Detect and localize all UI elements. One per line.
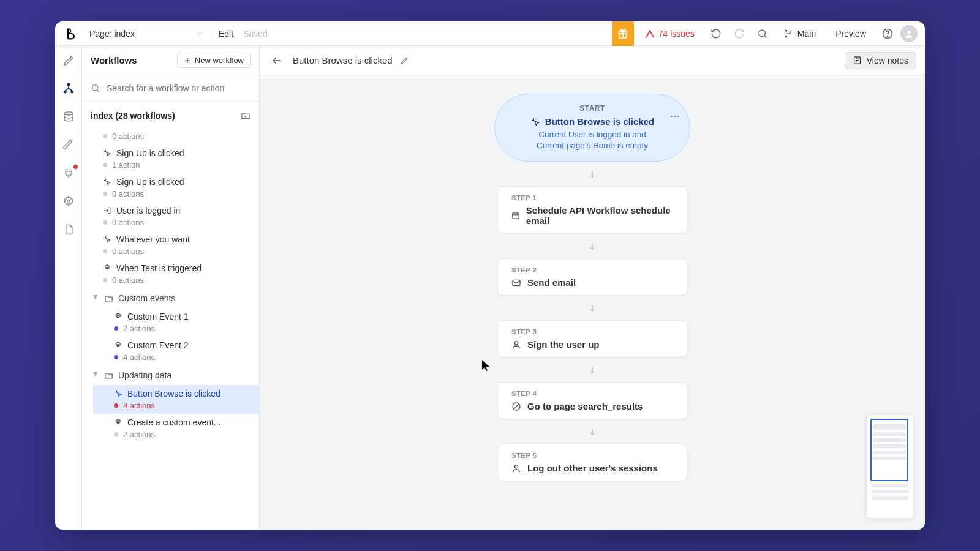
workflow-name: Create a custom event... xyxy=(127,418,221,427)
search-button[interactable] xyxy=(752,23,773,44)
nav-settings[interactable] xyxy=(61,194,76,209)
app-window: Page: index Edit Saved 74 issues xyxy=(55,21,925,530)
preview-button[interactable]: Preview xyxy=(827,29,875,39)
step-card-2[interactable]: STEP 2 Send email xyxy=(497,258,687,296)
saved-status: Saved xyxy=(241,29,270,39)
folder-label: Custom events xyxy=(118,293,175,303)
workflow-item[interactable]: 0 actions xyxy=(82,126,259,144)
view-notes-button[interactable]: View notes xyxy=(845,52,916,69)
click-icon xyxy=(103,235,111,244)
mail-icon xyxy=(511,278,521,288)
workflow-item-selected[interactable]: Button Browse is clicked 8 actions xyxy=(93,385,259,414)
svg-point-18 xyxy=(92,84,98,90)
undo-button[interactable] xyxy=(706,23,726,44)
folder-updating-data[interactable]: ▸ Updating data xyxy=(82,365,259,385)
step-card-4[interactable]: STEP 4 Go to page search_results xyxy=(497,382,687,419)
new-workflow-button[interactable]: New workflow xyxy=(177,53,251,68)
rename-button[interactable] xyxy=(400,56,409,65)
plus-icon xyxy=(184,57,191,64)
issues-button[interactable]: 74 issues xyxy=(636,29,703,39)
canvas[interactable]: START Button Browse is clicked Current U… xyxy=(260,75,925,530)
workflow-name: Custom Event 1 xyxy=(127,312,189,321)
actions-count: 0 actions xyxy=(112,218,144,227)
redo-button[interactable] xyxy=(729,23,750,44)
back-button[interactable] xyxy=(268,52,285,69)
user-icon xyxy=(511,463,521,473)
plug-icon xyxy=(62,167,75,179)
workflow-item[interactable]: Sign Up is clicked 1 action xyxy=(82,144,259,173)
gift-button[interactable] xyxy=(612,21,634,46)
gear-icon xyxy=(114,418,123,427)
step-title-text: Go to page search_results xyxy=(527,401,643,411)
database-icon xyxy=(62,111,75,123)
left-nav xyxy=(55,46,82,530)
view-notes-label: View notes xyxy=(867,56,908,66)
sidebar: Workflows New workflow index (28 workflo… xyxy=(82,46,260,530)
start-title-text: Button Browse is clicked xyxy=(545,116,654,127)
folder-label: Updating data xyxy=(118,370,172,380)
folder-plus-icon[interactable] xyxy=(241,111,251,121)
search-input[interactable] xyxy=(107,83,251,93)
workflow-item[interactable]: Custom Event 1 2 actions xyxy=(93,308,259,337)
arrow-icon xyxy=(588,302,597,314)
chevron-down-icon xyxy=(196,30,203,37)
folder-custom-events[interactable]: ▸ Custom events xyxy=(82,288,259,308)
svg-point-15 xyxy=(67,200,70,203)
minimap-viewport[interactable] xyxy=(870,419,908,481)
tree-header[interactable]: index (28 workflows) xyxy=(82,106,259,126)
branch-selector[interactable]: Main xyxy=(775,29,824,39)
nav-data[interactable] xyxy=(61,110,76,124)
arrow-icon xyxy=(588,168,597,180)
click-icon xyxy=(103,178,111,186)
step-card-5[interactable]: STEP 5 Log out other user's sessions xyxy=(497,444,687,481)
start-card[interactable]: START Button Browse is clicked Current U… xyxy=(494,94,690,162)
help-button[interactable] xyxy=(877,23,898,44)
step-card-3[interactable]: STEP 3 Sign the user up xyxy=(497,320,687,358)
workflow-item[interactable]: Sign Up is clicked 0 actions xyxy=(82,173,259,202)
svg-line-42 xyxy=(514,404,519,409)
issues-count: 74 issues xyxy=(658,29,695,39)
arrow-icon xyxy=(588,425,597,438)
nav-logs[interactable] xyxy=(61,222,76,237)
topbar: Page: index Edit Saved 74 issues xyxy=(55,21,925,46)
workflow-item[interactable]: User is logged in 0 actions xyxy=(82,202,259,231)
user-icon xyxy=(904,29,914,39)
nav-workflow[interactable] xyxy=(61,81,76,96)
edit-label[interactable]: Edit xyxy=(211,29,241,39)
page-selector[interactable]: Page: index xyxy=(82,29,211,39)
branch-name: Main xyxy=(797,29,816,39)
start-condition-1: Current User is logged in and xyxy=(538,130,646,139)
workflow-item[interactable]: Custom Event 2 4 actions xyxy=(93,337,259,365)
workflow-item[interactable]: When Test is triggered 0 actions xyxy=(82,260,259,288)
arrow-left-icon xyxy=(271,55,282,66)
workflow-item[interactable]: Create a custom event... 2 actions xyxy=(93,414,259,443)
nav-plugins[interactable] xyxy=(61,166,76,181)
click-icon xyxy=(114,389,123,398)
calendar-icon xyxy=(511,211,520,220)
actions-count: 0 actions xyxy=(112,189,144,198)
branch-icon xyxy=(784,29,793,38)
canvas-bar: Button Browse is clicked View notes xyxy=(260,46,925,75)
gift-icon xyxy=(617,28,628,39)
pencil-icon xyxy=(400,56,409,65)
flowchart-icon xyxy=(62,83,75,95)
step-card-1[interactable]: STEP 1 Schedule API Workflow schedule em… xyxy=(497,186,687,234)
search-row xyxy=(82,75,259,101)
sidebar-header: Workflows New workflow xyxy=(82,46,259,75)
notification-dot xyxy=(74,165,78,169)
workflow-name: Sign Up is clicked xyxy=(116,148,184,158)
svg-rect-32 xyxy=(513,213,519,219)
folder-icon xyxy=(104,371,113,380)
start-more-button[interactable]: ⋯ xyxy=(670,110,680,122)
minimap[interactable] xyxy=(866,414,914,519)
step-label: STEP 1 xyxy=(511,194,673,201)
redo-icon xyxy=(734,28,745,39)
new-workflow-label: New workflow xyxy=(195,56,244,65)
user-avatar[interactable] xyxy=(900,25,918,42)
svg-point-14 xyxy=(64,112,72,115)
step-title-text: Sign the user up xyxy=(527,339,600,350)
workflow-item[interactable]: Whatever you want 0 actions xyxy=(82,231,259,260)
nav-design[interactable] xyxy=(61,53,76,68)
caret-icon: ▸ xyxy=(91,372,101,378)
nav-styles[interactable] xyxy=(61,138,76,152)
